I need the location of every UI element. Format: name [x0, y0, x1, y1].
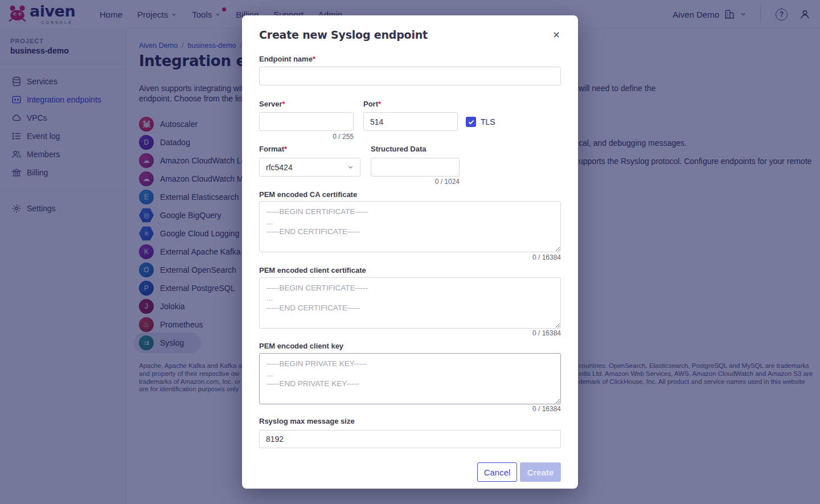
chevron-down-icon — [347, 163, 354, 171]
server-char-counter: 0 / 255 — [259, 133, 354, 141]
endpoint-name-input[interactable] — [259, 67, 561, 85]
port-label: Port* — [363, 100, 381, 108]
client-key-char-counter: 0 / 16384 — [259, 405, 561, 413]
tls-label: TLS — [481, 117, 495, 126]
port-input[interactable] — [363, 112, 458, 131]
client-certificate-label: PEM encoded client certificate — [259, 266, 366, 274]
client-certificate-char-counter: 0 / 16384 — [259, 329, 561, 337]
app-root: aiven CONSOLE HomeProjectsToolsBillingSu… — [0, 0, 820, 504]
format-select[interactable]: rfc5424 — [259, 158, 360, 177]
cancel-button[interactable]: Cancel — [477, 462, 517, 482]
client-key-label: PEM encoded client key — [259, 342, 343, 350]
client-key-textarea[interactable] — [259, 353, 561, 404]
max-message-size-label: Rsyslog max message size — [259, 417, 355, 425]
tls-checkbox[interactable] — [466, 117, 476, 127]
ca-certificate-char-counter: 0 / 16384 — [259, 253, 561, 261]
format-label: Format* — [259, 145, 287, 153]
dialog-title: Create new Syslog endpoint — [259, 28, 428, 41]
create-syslog-endpoint-dialog: Create new Syslog endpoint ✕ Endpoint na… — [242, 15, 578, 489]
server-input[interactable] — [259, 112, 354, 131]
structured-data-input[interactable] — [371, 158, 460, 177]
format-selected-value: rfc5424 — [266, 163, 293, 172]
endpoint-name-label: Endpoint name* — [259, 55, 315, 63]
client-certificate-textarea[interactable] — [259, 277, 561, 329]
ca-certificate-label: PEM encoded CA certificate — [259, 190, 357, 199]
ca-certificate-textarea[interactable] — [259, 201, 561, 252]
server-label: Server* — [259, 100, 285, 108]
create-button[interactable]: Create — [520, 462, 561, 482]
structured-data-label: Structured Data — [371, 145, 427, 153]
max-message-size-input[interactable] — [259, 430, 561, 448]
close-icon[interactable]: ✕ — [551, 29, 562, 40]
structured-data-char-counter: 0 / 1024 — [371, 178, 460, 186]
